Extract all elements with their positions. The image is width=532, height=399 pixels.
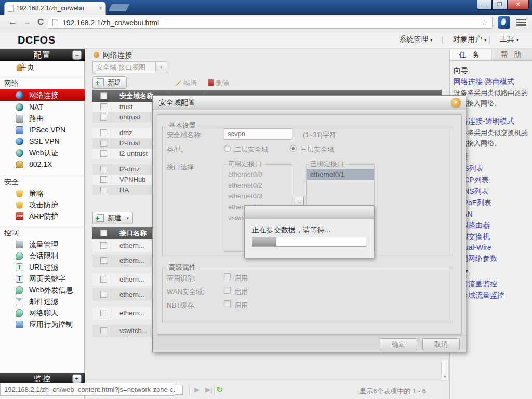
row-checkbox[interactable]: [100, 187, 107, 193]
chevron-down-icon[interactable]: ▾: [155, 62, 167, 73]
sidebar-item-ssl-vpn[interactable]: SSL VPN: [0, 136, 85, 147]
sidebar-item-ipsec-vpn[interactable]: IPSec VPN: [0, 124, 85, 136]
collapse-button[interactable]: −: [72, 50, 82, 60]
name-hint: (1~31)字符: [303, 130, 336, 140]
window-controls: — ❐ ✕: [477, 0, 529, 10]
sidebar-item-session-limit[interactable]: 会话限制: [0, 250, 85, 261]
row-checkbox[interactable]: [100, 150, 107, 157]
list-item-selected[interactable]: ethernet0/1: [307, 169, 374, 180]
row-checkbox[interactable]: [100, 276, 107, 283]
ok-button[interactable]: 确定: [380, 338, 417, 350]
wan-zone-label: WAN安全域:: [167, 287, 204, 297]
browser-menu-icon[interactable]: [516, 19, 526, 26]
radio-l3-zone[interactable]: [290, 145, 297, 152]
sidebar-item-web-auth[interactable]: Web认证: [0, 147, 85, 158]
enable-label: 启用: [234, 301, 248, 310]
menu-object-user[interactable]: 对象用户 ▾: [453, 35, 486, 44]
keyword-icon: T: [16, 275, 23, 283]
wan-zone-checkbox[interactable]: [224, 287, 231, 294]
row-checkbox[interactable]: [100, 176, 107, 183]
interface-select-label: 接口选择:: [167, 163, 196, 172]
minimize-button[interactable]: —: [477, 0, 492, 10]
sidebar-item-attack-defense[interactable]: 攻击防护: [0, 199, 85, 210]
row-checkbox[interactable]: [100, 140, 107, 147]
close-button[interactable]: ✕: [507, 0, 529, 10]
row-checkbox[interactable]: [100, 129, 107, 136]
dialog-titlebar[interactable]: 安全域配置: [153, 96, 466, 110]
view-select[interactable]: 安全域-接口视图▾: [92, 61, 167, 73]
session-icon: [16, 252, 23, 260]
sidebar-item-web-post[interactable]: Web外发信息: [0, 284, 85, 296]
row-checkbox[interactable]: [100, 103, 107, 110]
nbt-cache-checkbox[interactable]: [224, 300, 231, 307]
tab-close-icon[interactable]: ×: [99, 5, 102, 11]
row-checkbox[interactable]: [100, 166, 107, 172]
scroll-down-arrow-icon[interactable]: ▼: [442, 374, 448, 380]
select-all-checkbox[interactable]: [100, 230, 107, 236]
sidebar-item-app-behavior[interactable]: 应用行为控制: [0, 318, 85, 330]
sidebar-item-im-chat[interactable]: 网络聊天: [0, 307, 85, 318]
sidebar-item-network-connect[interactable]: 网络连接: [0, 89, 85, 101]
forward-icon[interactable]: →: [23, 17, 32, 28]
list-item[interactable]: ethernet0/2: [224, 180, 292, 191]
link-route-mode[interactable]: 网络连接-路由模式: [454, 77, 514, 87]
address-bar[interactable]: 192.168.2.1/zh_cn/webui.html ☆: [48, 17, 493, 29]
record-count: 显示6个表项中的 1 - 6: [360, 387, 426, 396]
globe-arrows-icon: [16, 103, 23, 111]
globe-icon: [16, 91, 23, 99]
sidebar-item-arp-defense[interactable]: ARPARP防护: [0, 210, 85, 222]
select-all-checkbox[interactable]: [100, 92, 107, 99]
row-checkbox[interactable]: [100, 327, 107, 334]
list-item[interactable]: ethernet0/0: [224, 169, 292, 180]
vertical-scrollbar[interactable]: ▼: [441, 358, 449, 381]
row-checkbox[interactable]: [100, 291, 107, 298]
url-text[interactable]: 192.168.2.1/zh_cn/webui.html: [62, 19, 477, 27]
list-item[interactable]: ethernet0/3: [224, 191, 292, 202]
refresh-icon[interactable]: ↻: [216, 384, 223, 394]
sidebar-item-nat[interactable]: NAT: [0, 101, 85, 113]
submit-progress-dialog: 正在提交数据，请等待...: [244, 205, 374, 258]
next-page-icon[interactable]: ▶: [194, 385, 200, 393]
zone-name-input[interactable]: scvpn: [224, 128, 292, 140]
row-checkbox[interactable]: [100, 114, 107, 121]
sidebar-item-policy[interactable]: 策略: [0, 188, 85, 199]
sidebar-item-route[interactable]: 路由: [0, 113, 85, 124]
extension-icon[interactable]: [498, 16, 510, 29]
advanced-fieldset: 高级属性: [162, 263, 453, 323]
tab-help[interactable]: 帮 助: [491, 49, 532, 60]
cancel-button[interactable]: 取消: [422, 338, 460, 350]
new-tab-button[interactable]: [109, 4, 130, 11]
last-page-icon[interactable]: ▶|: [205, 385, 212, 393]
new-button[interactable]: 新建: [92, 76, 127, 89]
new-interface-button[interactable]: 新建▾: [92, 212, 133, 224]
basic-settings-legend: 基本设置: [167, 121, 198, 130]
menu-tools[interactable]: 工具 ▾: [500, 35, 518, 44]
sidebar-item-url-filter[interactable]: TURL过滤: [0, 261, 85, 273]
menu-system-admin[interactable]: 系统管理 ▾: [399, 35, 432, 44]
reload-icon[interactable]: C: [37, 17, 44, 28]
expand-button[interactable]: +: [72, 374, 82, 383]
sidebar-item-mail-filter[interactable]: 邮件过滤: [0, 296, 85, 307]
maximize-button[interactable]: ❐: [492, 0, 507, 10]
radio-l2-zone[interactable]: [224, 145, 231, 152]
app-id-checkbox[interactable]: [224, 273, 231, 280]
dialog-close-icon[interactable]: ×: [451, 98, 461, 108]
sidebar-item-traffic-mgmt[interactable]: 流量管理: [0, 238, 85, 250]
sidebar-item-home[interactable]: 主页: [0, 61, 85, 73]
delete-button: 删除: [208, 77, 229, 89]
enable-label: 启用: [234, 274, 248, 283]
bookmark-star-icon[interactable]: ☆: [481, 18, 488, 28]
row-checkbox[interactable]: [100, 242, 107, 249]
browser-tab[interactable]: 192.168.2.1/zh_cn/webu ×: [4, 2, 106, 15]
sidebar-item-8021x[interactable]: 802.1X: [0, 158, 85, 170]
advanced-legend: 高级属性: [167, 263, 198, 272]
section-network: 网络: [4, 79, 19, 88]
row-checkbox[interactable]: [100, 310, 107, 316]
tab-title: 192.168.2.1/zh_cn/webu: [16, 5, 84, 12]
sidebar-item-web-keyword[interactable]: T网页关键字: [0, 273, 85, 284]
back-icon[interactable]: ←: [8, 17, 17, 28]
divider: [214, 384, 215, 395]
ssl-vpn-icon: [16, 138, 23, 145]
tab-task[interactable]: 任 务: [450, 49, 491, 60]
row-checkbox[interactable]: [100, 257, 107, 264]
